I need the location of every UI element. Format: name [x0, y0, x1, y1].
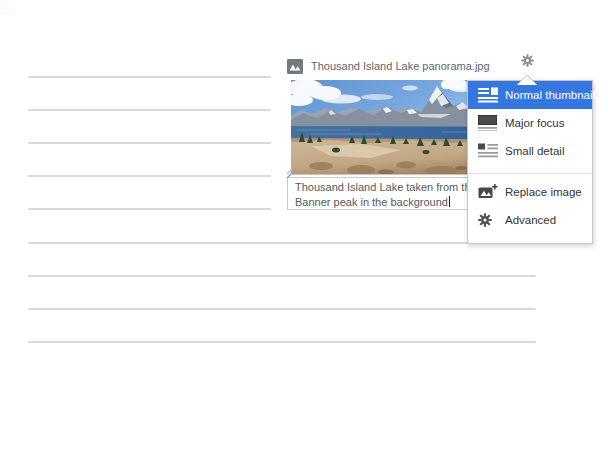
image-file-icon: [287, 59, 303, 74]
menu-item-normal-thumbnail[interactable]: Normal thumbnail: [468, 81, 592, 109]
gear-icon: [521, 53, 534, 71]
menu-item-label: Advanced: [505, 214, 556, 226]
skeleton-line: [28, 175, 271, 177]
image-resize-handle[interactable]: [286, 165, 297, 176]
skeleton-line: [28, 275, 536, 277]
image-display-menu: Normal thumbnail Major focus Small detai…: [467, 80, 593, 244]
skeleton-line: [28, 242, 536, 244]
small-detail-icon: [478, 143, 498, 159]
corner-artifact: [0, 0, 15, 15]
menu-item-small-detail[interactable]: Small detail: [468, 137, 592, 165]
skeleton-line: [28, 308, 536, 310]
text-cursor: [449, 196, 451, 207]
skeleton-line: [28, 142, 271, 144]
menu-item-label: Normal thumbnail: [505, 89, 595, 101]
skeleton-line: [28, 208, 271, 210]
skeleton-line: [28, 76, 271, 78]
skeleton-line: [28, 109, 271, 111]
image-settings-gear-button[interactable]: [517, 53, 537, 71]
menu-caret: [516, 71, 538, 82]
normal-thumbnail-icon: [478, 87, 498, 103]
menu-item-label: Small detail: [505, 145, 564, 157]
menu-item-major-focus[interactable]: Major focus: [468, 109, 592, 137]
menu-item-label: Replace image: [505, 186, 582, 198]
replace-image-icon: [478, 184, 498, 200]
attachment-header: Thousand Island Lake panorama.jpg: [287, 58, 490, 74]
major-focus-icon: [478, 115, 498, 131]
menu-item-replace-image[interactable]: Replace image: [468, 178, 592, 206]
menu-item-advanced[interactable]: Advanced: [468, 206, 592, 234]
advanced-gear-icon: [478, 212, 498, 228]
attachment-filename: Thousand Island Lake panorama.jpg: [311, 58, 490, 74]
menu-item-label: Major focus: [505, 117, 564, 129]
skeleton-line: [28, 341, 536, 343]
menu-divider: [468, 173, 592, 174]
